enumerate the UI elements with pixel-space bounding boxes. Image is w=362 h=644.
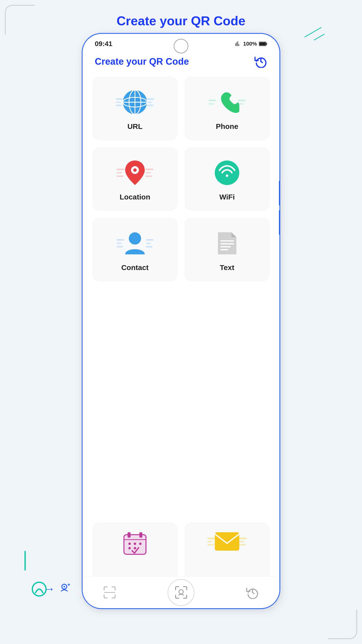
battery-text: 100% [243,41,257,47]
email-speed-lines [207,538,215,546]
corner-decoration-tl [5,5,34,34]
battery-icon [259,42,267,46]
scan-button[interactable] [102,585,117,600]
svg-point-2 [64,586,65,588]
phone-side-button-1 [279,181,280,205]
svg-rect-6 [259,42,266,46]
history-icon[interactable] [255,55,267,68]
history-nav-button[interactable] [245,585,260,600]
phone-icon-wrap [212,88,242,117]
svg-rect-25 [128,532,131,538]
phone-icon [215,90,239,114]
phone-side-button-2 [279,210,280,235]
url-label: URL [127,122,143,130]
wifi-icon [214,159,241,186]
location-speed-lines-left [117,168,124,177]
qr-type-grid: URL [82,74,280,522]
grid-item-location[interactable]: Location [92,147,178,211]
scan-decoration [57,582,71,596]
center-scan-button[interactable] [168,579,194,606]
location-label: Location [120,193,150,201]
text-label: Text [220,264,234,272]
grid-item-email-partial[interactable] [184,522,270,576]
svg-point-27 [128,542,131,545]
arrow-decoration: → [44,583,55,595]
phone-label: Phone [216,122,238,130]
wifi-icon-wrap [212,158,242,188]
svg-point-28 [134,542,136,545]
status-icons: 100% [235,41,267,47]
bottom-nav [82,576,280,608]
svg-point-34 [179,590,183,594]
scan-corners-icon [103,586,116,599]
location-icon [124,159,146,186]
grid: URL [92,76,270,281]
wifi-label: WiFi [219,193,235,201]
grid-item-wifi[interactable]: WiFi [184,147,270,211]
contact-svg-icon [123,230,147,257]
svg-point-30 [128,547,131,550]
teal-decoration-3 [24,551,26,570]
email-icon [214,531,241,552]
grid-item-phone[interactable]: Phone [184,76,270,140]
face-scan-icon [173,584,189,600]
corner-decoration-br [328,610,357,639]
svg-rect-32 [215,532,239,551]
history-nav-icon [246,586,259,599]
status-time: 09:41 [95,40,112,48]
svg-point-15 [133,168,137,172]
teal-decoration-1 [305,27,322,38]
contact-speed-lines-right [146,239,153,248]
grid-item-text[interactable]: Text [184,218,270,281]
svg-point-29 [139,542,142,545]
signal-icon [235,41,241,47]
location-icon-wrap [120,158,150,188]
contact-speed-lines-left [117,239,124,248]
app-header: Create your QR Code [82,50,280,74]
grid-item-event-partial[interactable] [92,522,178,576]
status-bar: 09:41 100% [82,34,280,50]
partial-grid-row [82,522,280,576]
url-speed-lines-right [147,98,154,106]
phone-speed-lines-right [238,100,245,105]
contact-icon-wrap [120,229,150,258]
svg-point-17 [129,232,141,244]
location-speed-lines-right [145,168,153,177]
url-speed-lines-left [116,98,123,106]
app-header-title: Create your QR Code [95,56,189,67]
teal-decoration-2 [314,34,325,41]
contact-label: Contact [121,264,149,272]
svg-point-16 [215,160,239,185]
text-svg-icon [216,230,239,257]
grid-item-contact[interactable]: Contact [92,218,178,281]
calendar-icon [123,531,147,556]
svg-rect-7 [267,43,267,45]
text-icon-wrap [212,229,242,258]
url-icon-wrap [120,88,150,117]
svg-point-31 [134,547,136,550]
phone-notch [174,39,188,54]
page-title: Create your QR Code [117,14,245,28]
phone-frame: 09:41 100% Create your QR Code [82,33,280,609]
phone-speed-lines-left [209,100,216,105]
svg-rect-26 [139,532,142,538]
email-speed-lines-r [239,538,247,546]
globe-icon [121,89,148,116]
grid-item-url[interactable]: URL [92,76,178,140]
